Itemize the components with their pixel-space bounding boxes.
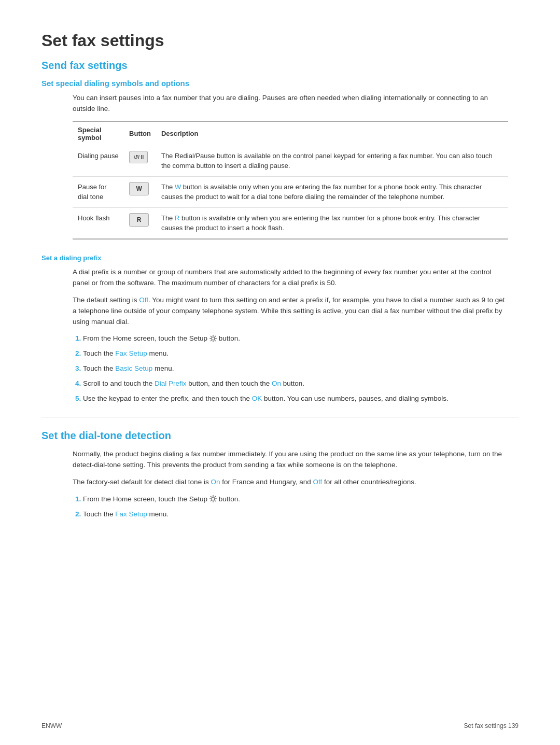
svg-line-6 xyxy=(215,340,216,341)
svg-line-17 xyxy=(211,500,212,501)
section-divider xyxy=(41,417,519,417)
svg-line-16 xyxy=(215,496,216,497)
on-default-link: On xyxy=(211,478,220,486)
fax-setup-link2: Fax Setup xyxy=(115,510,147,518)
footer-right: Set fax settings 139 xyxy=(464,722,519,729)
step-1: From the Home screen, touch the Setup bu… xyxy=(83,494,508,505)
svg-line-15 xyxy=(215,500,216,501)
symbol-name: Hook flash xyxy=(73,207,124,239)
setup-icon xyxy=(209,495,217,502)
dialing-prefix-content: A dial prefix is a number or group of nu… xyxy=(73,267,508,404)
step-3: Touch the Basic Setup menu. xyxy=(83,363,508,374)
w-button: W xyxy=(129,182,149,195)
svg-line-5 xyxy=(211,336,212,337)
description-cell: The Redial/Pause button is available on … xyxy=(156,146,508,177)
dial-tone-para2: The factory-set default for detect dial … xyxy=(73,477,508,488)
col-header-description: Description xyxy=(156,121,508,146)
table-row: Pause for dial tone W The W button is av… xyxy=(73,176,508,207)
button-cell: ↺/II xyxy=(124,146,156,177)
special-dialing-intro: You can insert pauses into a fax number … xyxy=(73,93,508,115)
col-header-symbol: Special symbol xyxy=(73,121,124,146)
description-cell: The W button is available only when you … xyxy=(156,176,508,207)
special-dialing-content: You can insert pauses into a fax number … xyxy=(73,93,508,240)
off-default-link: Off xyxy=(313,478,323,486)
dialing-prefix-para2: The default setting is Off. You might wa… xyxy=(73,295,508,328)
step-1: From the Home screen, touch the Setup bu… xyxy=(83,333,508,344)
basic-setup-link: Basic Setup xyxy=(115,364,152,372)
r-button: R xyxy=(129,213,149,227)
step-2: Touch the Fax Setup menu. xyxy=(83,348,508,359)
fax-setup-link: Fax Setup xyxy=(115,349,147,357)
svg-line-7 xyxy=(215,336,216,337)
svg-line-14 xyxy=(211,496,212,497)
dial-tone-title: Set the dial-tone detection xyxy=(41,430,519,442)
dialing-prefix-para1: A dial prefix is a number or group of nu… xyxy=(73,267,508,289)
step-4: Scroll to and touch the Dial Prefix butt… xyxy=(83,378,508,389)
r-highlight: R xyxy=(175,214,179,222)
svg-point-0 xyxy=(212,337,215,340)
setup-icon xyxy=(209,335,217,342)
dial-tone-steps: From the Home screen, touch the Setup bu… xyxy=(83,494,508,520)
col-header-button: Button xyxy=(124,121,156,146)
dialing-prefix-title: Set a dialing prefix xyxy=(41,254,519,262)
description-cell: The R button is available only when you … xyxy=(156,207,508,239)
dial-tone-para1: Normally, the product begins dialing a f… xyxy=(73,449,508,471)
step-2: Touch the Fax Setup menu. xyxy=(83,509,508,520)
symbol-name: Pause for dial tone xyxy=(73,176,124,207)
dialing-prefix-steps: From the Home screen, touch the Setup bu… xyxy=(83,333,508,404)
w-highlight: W xyxy=(175,183,181,191)
redial-pause-button: ↺/II xyxy=(129,151,148,164)
on-link: On xyxy=(272,379,281,387)
off-link: Off xyxy=(139,296,148,304)
button-cell: W xyxy=(124,176,156,207)
special-symbols-table: Special symbol Button Description Dialin… xyxy=(73,121,508,240)
send-fax-title: Send fax settings xyxy=(41,60,519,72)
footer-left: ENWW xyxy=(41,722,62,729)
table-row: Dialing pause ↺/II The Redial/Pause butt… xyxy=(73,146,508,177)
ok-link: OK xyxy=(252,395,262,402)
symbol-name: Dialing pause xyxy=(73,146,124,177)
button-cell: R xyxy=(124,207,156,239)
dial-prefix-link: Dial Prefix xyxy=(155,379,187,387)
table-row: Hook flash R The R button is available o… xyxy=(73,207,508,239)
step-5: Use the keypad to enter the prefix, and … xyxy=(83,393,508,404)
svg-line-8 xyxy=(211,340,212,341)
footer: ENWW Set fax settings 139 xyxy=(0,722,560,729)
dial-tone-content: Normally, the product begins dialing a f… xyxy=(73,449,508,520)
special-dialing-title: Set special dialing symbols and options xyxy=(41,79,519,88)
page-title: Set fax settings xyxy=(41,31,519,50)
svg-point-9 xyxy=(212,497,215,500)
